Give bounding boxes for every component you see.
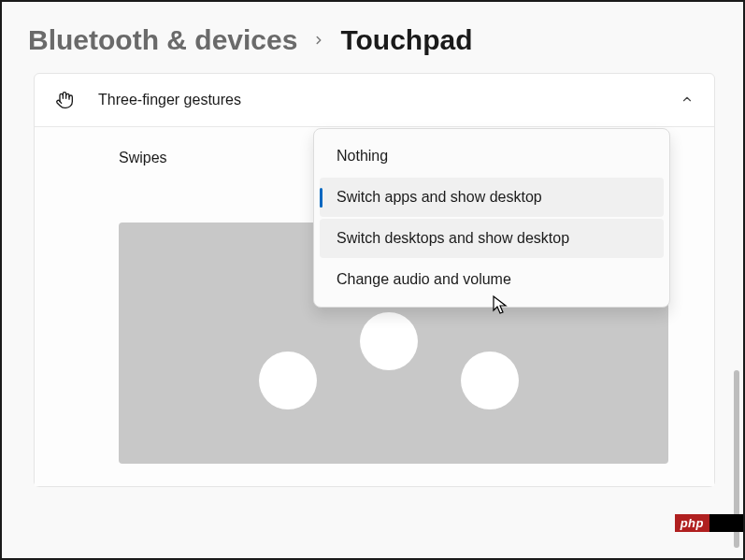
- chevron-up-icon[interactable]: [681, 93, 694, 108]
- dropdown-option-switch-desktops[interactable]: Switch desktops and show desktop: [320, 219, 664, 258]
- dropdown-option-switch-apps[interactable]: Switch apps and show desktop: [320, 178, 664, 217]
- finger-dot: [461, 352, 519, 409]
- dropdown-option-change-audio[interactable]: Change audio and volume: [320, 260, 664, 299]
- watermark-block: [709, 514, 743, 532]
- breadcrumb-current: Touchpad: [340, 24, 472, 56]
- breadcrumb: Bluetooth & devices Touchpad: [2, 2, 743, 73]
- breadcrumb-parent[interactable]: Bluetooth & devices: [28, 24, 297, 56]
- section-title: Three-finger gestures: [98, 92, 656, 108]
- hand-icon: [55, 91, 74, 109]
- finger-dot: [259, 352, 317, 409]
- watermark-text: php: [675, 514, 709, 532]
- dropdown-option-nothing[interactable]: Nothing: [320, 136, 664, 176]
- chevron-right-icon: [312, 30, 325, 51]
- swipes-dropdown-menu: Nothing Switch apps and show desktop Swi…: [313, 128, 670, 308]
- section-header[interactable]: Three-finger gestures: [35, 74, 714, 126]
- finger-dot: [360, 312, 418, 370]
- watermark: php: [675, 514, 743, 532]
- gestures-section-card: Three-finger gestures Swipes Nothing Swi…: [34, 73, 715, 487]
